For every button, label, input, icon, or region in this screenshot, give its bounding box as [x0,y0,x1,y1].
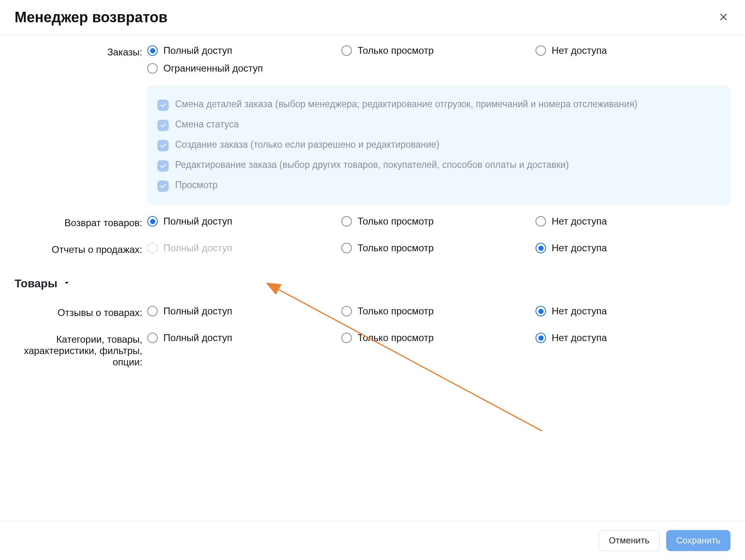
perm-label-catalog: Категории, товары, характеристики, фильт… [15,331,144,368]
radio-icon [147,216,158,227]
orders-radio-limited[interactable]: Ограниченный доступ [147,61,341,76]
checkbox-checked-icon [157,180,169,192]
radio-label: Только просмотр [358,45,434,56]
radio-label: Полный доступ [163,305,232,317]
save-button[interactable]: Сохранить [666,530,730,551]
radio-label: Полный доступ [163,45,232,56]
radio-icon [147,243,158,253]
radio-icon [535,243,546,253]
radio-icon [341,333,352,343]
radio-icon [147,63,158,74]
orders-sub-view[interactable]: Просмотр [157,176,720,196]
product-reviews-radio-none[interactable]: Нет доступа [535,304,730,318]
returns-radio-view[interactable]: Только просмотр [341,214,535,229]
sales-reports-radio-none[interactable]: Нет доступа [535,241,730,255]
modal-footer: Отменить Сохранить [0,521,745,560]
radio-label: Только просмотр [358,242,434,254]
radio-label: Только просмотр [358,216,434,227]
radio-icon [535,45,546,56]
modal-title: Менеджер возвратов [15,9,167,26]
perm-label-sales-reports: Отчеты о продажах: [15,241,144,255]
product-reviews-radio-full[interactable]: Полный доступ [147,304,341,318]
orders-radio-view[interactable]: Только просмотр [341,43,535,58]
checkbox-label: Создание заказа (только если разрешено и… [175,139,440,150]
perm-row-returns: Возврат товаров: Полный доступ Только пр… [15,214,730,229]
radio-label: Полный доступ [163,216,232,227]
returns-radio-full[interactable]: Полный доступ [147,214,341,229]
radio-icon [535,306,546,316]
checkbox-label: Смена деталей заказа (выбор менеджера; р… [175,99,637,110]
perm-row-catalog: Категории, товары, характеристики, фильт… [15,331,730,368]
radio-icon [535,333,546,343]
close-icon [718,12,729,23]
radio-icon [341,216,352,227]
orders-radio-full[interactable]: Полный доступ [147,43,341,58]
modal-body: Заказы: Полный доступ Только просмотр Не… [0,35,745,521]
radio-icon [535,216,546,227]
radio-label: Ограниченный доступ [163,63,263,74]
sales-reports-radio-full: Полный доступ [147,241,341,255]
radio-label: Нет доступа [552,332,607,344]
perm-row-orders: Заказы: Полный доступ Только просмотр Не… [15,43,730,212]
modal-header: Менеджер возвратов [0,0,745,35]
perm-row-product-reviews: Отзывы о товарах: Полный доступ Только п… [15,304,730,318]
orders-radio-none[interactable]: Нет доступа [535,43,730,58]
radio-label: Нет доступа [552,45,607,56]
checkbox-checked-icon [157,140,169,151]
section-heading-products[interactable]: Товары [15,277,730,290]
section-title: Товары [15,277,57,290]
close-button[interactable] [717,11,730,24]
catalog-radio-full[interactable]: Полный доступ [147,331,341,345]
orders-sub-create-order[interactable]: Создание заказа (только если разрешено и… [157,135,720,155]
radio-label: Нет доступа [552,242,607,254]
checkbox-checked-icon [157,160,169,172]
radio-label: Только просмотр [358,332,434,344]
radio-icon [147,306,158,316]
perm-label-orders: Заказы: [15,43,144,212]
checkbox-label: Смена статуса [175,119,239,130]
radio-label: Нет доступа [552,305,607,317]
perm-label-returns: Возврат товаров: [15,214,144,229]
checkbox-checked-icon [157,120,169,131]
caret-down-icon [63,279,70,288]
catalog-radio-view[interactable]: Только просмотр [341,331,535,345]
perm-row-sales-reports: Отчеты о продажах: Полный доступ Только … [15,241,730,255]
radio-label: Полный доступ [163,242,232,254]
orders-sub-change-details[interactable]: Смена деталей заказа (выбор менеджера; р… [157,95,720,115]
radio-icon [147,45,158,56]
perm-label-product-reviews: Отзывы о товарах: [15,304,144,318]
catalog-radio-none[interactable]: Нет доступа [535,331,730,345]
radio-icon [341,45,352,56]
sales-reports-radio-view[interactable]: Только просмотр [341,241,535,255]
orders-sub-permissions-panel: Смена деталей заказа (выбор менеджера; р… [147,86,730,204]
checkbox-checked-icon [157,100,169,111]
radio-icon [147,333,158,343]
returns-radio-none[interactable]: Нет доступа [535,214,730,229]
orders-sub-edit-order[interactable]: Редактирование заказа (выбор других това… [157,155,720,176]
checkbox-label: Редактирование заказа (выбор других това… [175,159,569,170]
orders-sub-change-status[interactable]: Смена статуса [157,115,720,135]
checkbox-label: Просмотр [175,180,218,191]
radio-label: Нет доступа [552,216,607,227]
product-reviews-radio-view[interactable]: Только просмотр [341,304,535,318]
permissions-modal: Менеджер возвратов Заказы: Полный доступ… [0,0,745,560]
radio-icon [341,306,352,316]
cancel-button[interactable]: Отменить [599,530,660,551]
radio-icon [341,243,352,253]
radio-label: Полный доступ [163,332,232,344]
radio-label: Только просмотр [358,305,434,317]
